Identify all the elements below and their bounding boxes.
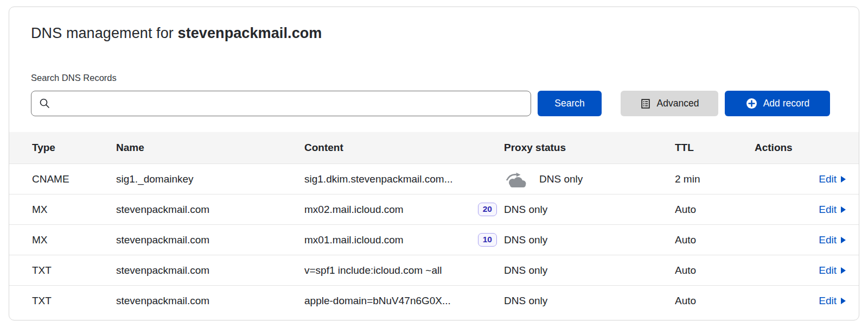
priority-badge: 10 <box>478 233 497 247</box>
record-ttl: 2 min <box>675 173 755 185</box>
column-header-type: Type <box>32 142 116 154</box>
actions-cell: Edit <box>755 204 846 216</box>
advanced-list-icon <box>640 98 651 109</box>
zone-domain-name: stevenpackmail.com <box>178 25 322 41</box>
column-header-name: Name <box>116 142 304 154</box>
actions-cell: Edit <box>755 173 846 185</box>
edit-link[interactable]: Edit <box>819 265 846 276</box>
actions-cell: Edit <box>755 295 846 307</box>
record-content: sig1.dkim.stevenpackmail.com... <box>304 173 453 185</box>
dns-only-cloud-icon <box>504 170 529 188</box>
proxy-status-cell: DNS only <box>504 234 675 246</box>
record-type: MX <box>32 204 116 216</box>
edit-arrow-icon <box>841 267 846 274</box>
advanced-button-label: Advanced <box>657 98 699 109</box>
table-row: TXT stevenpackmail.com v=spf1 include:ic… <box>9 255 859 285</box>
edit-link[interactable]: Edit <box>819 204 846 216</box>
plus-circle-icon <box>745 97 758 110</box>
priority-badge: 20 <box>478 203 497 216</box>
record-content-cell: apple-domain=bNuV47n6G0X... <box>304 295 504 307</box>
actions-cell: Edit <box>755 265 846 276</box>
edit-link-label: Edit <box>819 295 837 307</box>
record-content: mx01.mail.icloud.com <box>304 234 404 246</box>
table-row: TXT stevenpackmail.com apple-domain=bNuV… <box>9 285 859 316</box>
record-ttl: Auto <box>675 204 755 216</box>
record-name: stevenpackmail.com <box>116 204 304 216</box>
add-record-button[interactable]: Add record <box>725 91 830 116</box>
record-content-cell: sig1.dkim.stevenpackmail.com... <box>304 173 504 185</box>
edit-arrow-icon <box>841 176 846 183</box>
search-input[interactable] <box>31 91 531 116</box>
record-name: stevenpackmail.com <box>116 265 304 276</box>
edit-link-label: Edit <box>819 204 837 216</box>
record-type: CNAME <box>32 173 116 185</box>
proxy-status-text: DNS only <box>504 295 547 307</box>
record-name: sig1._domainkey <box>116 173 304 185</box>
proxy-status-text: DNS only <box>539 173 583 185</box>
dns-records-table: Type Name Content Proxy status TTL Actio… <box>9 132 859 316</box>
edit-link[interactable]: Edit <box>819 234 846 246</box>
edit-link[interactable]: Edit <box>819 295 846 307</box>
record-type: TXT <box>32 265 116 276</box>
column-header-actions: Actions <box>755 142 846 154</box>
table-row: CNAME sig1._domainkey sig1.dkim.stevenpa… <box>9 163 859 194</box>
record-content: mx02.mail.icloud.com <box>304 204 404 216</box>
record-ttl: Auto <box>675 265 755 276</box>
record-content-cell: mx01.mail.icloud.com 10 <box>304 233 504 247</box>
page-title-prefix: DNS management for <box>31 25 178 41</box>
record-ttl: Auto <box>675 234 755 246</box>
edit-link-label: Edit <box>819 173 837 185</box>
proxy-status-text: DNS only <box>504 204 547 216</box>
proxy-status-cell: DNS only <box>504 204 675 216</box>
actions-cell: Edit <box>755 234 846 246</box>
edit-arrow-icon <box>841 298 846 304</box>
edit-link-label: Edit <box>819 234 837 246</box>
proxy-status-cell: DNS only <box>504 265 675 276</box>
record-type: MX <box>32 234 116 246</box>
dns-management-card: DNS management for stevenpackmail.com Se… <box>9 7 859 320</box>
search-icon <box>39 97 50 109</box>
search-label: Search DNS Records <box>31 72 846 83</box>
search-button[interactable]: Search <box>538 91 602 116</box>
search-input-wrapper <box>31 91 531 116</box>
table-body: CNAME sig1._domainkey sig1.dkim.stevenpa… <box>9 163 859 316</box>
proxy-status-cell: DNS only <box>504 295 675 307</box>
search-toolbar: Search Advanced A <box>18 91 859 116</box>
advanced-button[interactable]: Advanced <box>621 91 718 116</box>
table-row: MX stevenpackmail.com mx02.mail.icloud.c… <box>9 194 859 224</box>
edit-link-label: Edit <box>819 265 837 276</box>
add-record-button-label: Add record <box>763 98 810 109</box>
record-name: stevenpackmail.com <box>116 234 304 246</box>
column-header-content: Content <box>304 142 504 154</box>
table-header-row: Type Name Content Proxy status TTL Actio… <box>9 132 859 163</box>
edit-link[interactable]: Edit <box>819 173 846 185</box>
record-content-cell: v=spf1 include:icloud.com ~all <box>304 265 504 276</box>
record-type: TXT <box>32 295 116 307</box>
proxy-status-cell: DNS only <box>504 170 675 188</box>
record-content: v=spf1 include:icloud.com ~all <box>304 265 442 276</box>
proxy-status-text: DNS only <box>504 234 547 246</box>
column-header-ttl: TTL <box>675 142 755 154</box>
proxy-status-text: DNS only <box>504 265 547 276</box>
edit-arrow-icon <box>841 206 846 213</box>
column-header-proxy-status: Proxy status <box>504 142 675 154</box>
page-title: DNS management for stevenpackmail.com <box>18 23 859 43</box>
record-content-cell: mx02.mail.icloud.com 20 <box>304 203 504 216</box>
record-content: apple-domain=bNuV47n6G0X... <box>304 295 451 307</box>
record-ttl: Auto <box>675 295 755 307</box>
record-name: stevenpackmail.com <box>116 295 304 307</box>
edit-arrow-icon <box>841 237 846 243</box>
table-row: MX stevenpackmail.com mx01.mail.icloud.c… <box>9 224 859 255</box>
